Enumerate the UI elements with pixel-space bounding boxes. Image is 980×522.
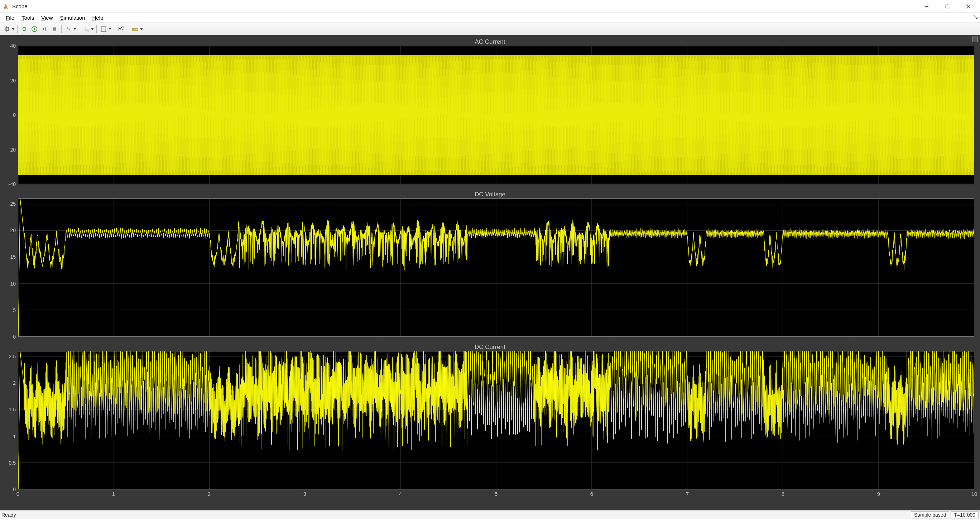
settings-dropdown[interactable] <box>11 26 15 32</box>
toolbar <box>0 23 980 35</box>
matlab-icon <box>3 3 9 10</box>
measure-dropdown[interactable] <box>140 26 143 32</box>
zoom-dropdown[interactable] <box>108 26 112 32</box>
restart-button[interactable] <box>20 24 29 34</box>
separator <box>61 25 62 33</box>
close-button[interactable] <box>958 0 978 13</box>
y-axis: 0510152025 <box>0 199 17 337</box>
svg-rect-1 <box>946 5 949 8</box>
zoom-button[interactable] <box>99 24 108 34</box>
y-tick-label: 20 <box>10 228 16 233</box>
svg-point-18 <box>68 28 70 30</box>
menubar: File Tools View Simulation Help <box>0 13 980 23</box>
statusbar: Ready Sample based T=10.000 <box>0 510 980 519</box>
y-tick-label: 0.5 <box>9 460 16 466</box>
status-ready: Ready <box>2 512 910 518</box>
wave-canvas <box>18 199 974 336</box>
svg-point-17 <box>67 27 68 29</box>
wave-canvas <box>18 46 974 184</box>
maximize-button[interactable] <box>937 0 958 13</box>
plot-body[interactable] <box>18 46 974 184</box>
svg-line-9 <box>5 27 5 28</box>
plot-2: DC Current00.511.522.5 <box>0 343 980 489</box>
settings-button[interactable] <box>2 24 11 34</box>
x-tick-label: 10 <box>971 491 977 497</box>
y-tick-label: 0 <box>13 487 16 492</box>
svg-rect-16 <box>53 27 56 30</box>
cursor-button[interactable] <box>81 24 91 34</box>
titlebar: Scope <box>0 0 980 13</box>
x-tick-label: 6 <box>590 491 593 497</box>
svg-line-11 <box>5 30 5 31</box>
y-tick-label: 1.5 <box>9 407 16 412</box>
y-tick-label: -40 <box>9 181 16 187</box>
x-tick-label: 3 <box>303 491 306 497</box>
highlight-dropdown[interactable] <box>73 26 76 32</box>
svg-line-10 <box>8 30 9 31</box>
plot-0: AC Current-40-2002040 <box>0 38 980 184</box>
menu-help[interactable]: Help <box>89 14 107 22</box>
x-tick-label: 4 <box>399 491 402 497</box>
menu-file[interactable]: File <box>2 14 18 22</box>
highlight-button[interactable] <box>64 24 73 34</box>
y-tick-label: 2.5 <box>9 353 16 359</box>
wave-canvas <box>18 352 974 489</box>
y-tick-label: 20 <box>10 78 16 83</box>
menu-simulation[interactable]: Simulation <box>56 14 89 22</box>
snap-icon[interactable] <box>973 14 978 19</box>
minimize-button[interactable] <box>916 0 937 13</box>
plot-title: DC Voltage <box>0 191 980 199</box>
plot-body[interactable] <box>18 351 974 489</box>
scope-area: AC Current-40-2002040DC Voltage051015202… <box>0 35 980 510</box>
y-tick-label: 10 <box>10 281 16 286</box>
x-tick-label: 7 <box>686 491 689 497</box>
svg-rect-15 <box>45 27 46 30</box>
plot-title: DC Current <box>0 343 980 351</box>
status-time: T=10.000 <box>951 511 978 519</box>
plot-body[interactable] <box>18 199 974 337</box>
y-tick-label: 2 <box>13 380 16 386</box>
y-tick-label: 40 <box>10 43 16 49</box>
svg-point-13 <box>6 28 8 30</box>
x-tick-label: 2 <box>208 491 211 497</box>
y-axis: -40-2002040 <box>0 46 17 184</box>
plot-title: AC Current <box>0 38 980 46</box>
separator <box>96 25 97 33</box>
separator <box>114 25 114 33</box>
x-tick-label: 5 <box>495 491 498 497</box>
autoscale-button[interactable] <box>116 24 126 34</box>
y-tick-label: 0 <box>13 334 16 340</box>
y-tick-label: 5 <box>13 307 16 313</box>
separator <box>17 25 18 33</box>
x-axis: 012345678910 <box>18 489 974 499</box>
svg-line-12 <box>8 27 9 28</box>
status-mode: Sample based <box>911 511 950 519</box>
x-tick-label: 9 <box>877 491 880 497</box>
separator <box>79 25 79 33</box>
step-button[interactable] <box>40 24 49 34</box>
run-button[interactable] <box>30 24 39 34</box>
x-tick-label: 0 <box>16 491 19 497</box>
svg-rect-23 <box>132 28 138 30</box>
x-tick-label: 1 <box>112 491 115 497</box>
window-title: Scope <box>12 3 916 9</box>
svg-rect-22 <box>101 27 106 31</box>
menu-tools[interactable]: Tools <box>18 14 38 22</box>
x-tick-label: 8 <box>781 491 784 497</box>
y-tick-label: 0 <box>13 112 16 118</box>
y-tick-label: 15 <box>10 254 16 260</box>
stop-button[interactable] <box>50 24 59 34</box>
y-tick-label: -20 <box>9 147 16 153</box>
y-axis: 00.511.522.5 <box>0 351 17 489</box>
menu-view[interactable]: View <box>38 14 56 22</box>
y-tick-label: 1 <box>13 433 16 439</box>
measure-button[interactable] <box>130 24 140 34</box>
plot-1: DC Voltage0510152025 <box>0 191 980 337</box>
separator <box>128 25 128 33</box>
cursor-dropdown[interactable] <box>91 26 94 32</box>
y-tick-label: 25 <box>10 201 16 207</box>
svg-rect-21 <box>85 30 88 32</box>
